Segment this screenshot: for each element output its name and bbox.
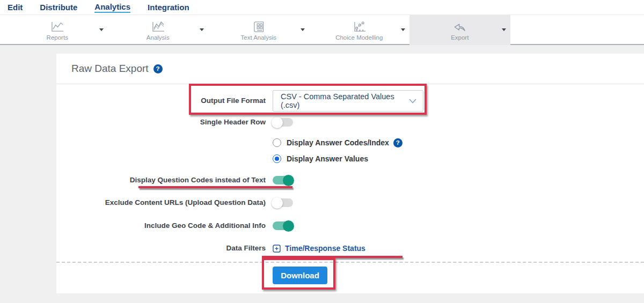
radio-display-answer-codes[interactable]	[273, 138, 281, 147]
data-filters-label: Data Filters	[56, 244, 266, 253]
radio-label: Display Answer Codes/Index	[287, 138, 389, 147]
help-icon[interactable]: ?	[393, 138, 402, 147]
output-format-value: CSV - Comma Separated Values (.csv)	[281, 92, 409, 109]
geo-code-toggle[interactable]	[273, 221, 293, 230]
single-header-label: Single Header Row	[56, 118, 266, 127]
page-title: Raw Data Export	[71, 63, 149, 75]
nav-tab-analytics[interactable]: Analytics	[94, 2, 130, 13]
time-response-status-label: Time/Response Status	[285, 244, 365, 253]
single-header-toggle[interactable]	[273, 118, 293, 127]
toolbar-item-export[interactable]: Export	[409, 15, 510, 45]
analysis-chart-icon	[151, 21, 165, 33]
chevron-down-icon[interactable]	[99, 28, 104, 31]
exclude-urls-label: Exclude Content URLs (Upload Question Da…	[56, 198, 266, 208]
toolbar-item-text-analysis[interactable]: Text Analysis	[208, 15, 309, 45]
toolbar-item-reports[interactable]: Reports	[7, 15, 108, 45]
radio-display-answer-values[interactable]	[273, 154, 281, 163]
question-codes-label: Display Question Codes instead of Text	[56, 176, 266, 185]
answer-codes-row: Display Answer Codes/Index ?	[56, 135, 644, 150]
geo-code-row: Include Geo Code & Additional Info	[56, 218, 644, 234]
dashed-divider	[56, 262, 644, 263]
chevron-down-icon[interactable]	[301, 28, 305, 31]
nav-tab-edit[interactable]: Edit	[8, 3, 23, 12]
toolbar-item-label: Export	[451, 34, 469, 41]
top-navigation: Edit Distribute Analytics Integration	[0, 0, 644, 15]
toolbar-item-label: Reports	[47, 34, 68, 41]
geo-code-label: Include Geo Code & Additional Info	[56, 221, 266, 231]
exclude-urls-toggle[interactable]	[273, 198, 293, 207]
toolbar-item-label: Analysis	[147, 34, 170, 41]
export-arrow-icon	[452, 21, 467, 33]
toolbar-item-analysis[interactable]: Analysis	[108, 15, 209, 45]
single-header-row: Single Header Row	[56, 114, 644, 130]
radio-label: Display Answer Values	[287, 154, 368, 163]
text-analysis-icon	[252, 21, 266, 33]
output-format-row: Output File Format CSV - Comma Separated…	[56, 90, 644, 112]
nav-tab-integration[interactable]: Integration	[148, 3, 189, 12]
output-format-select[interactable]: CSV - Comma Separated Values (.csv)	[273, 90, 423, 112]
help-icon[interactable]: ?	[153, 64, 163, 73]
choice-modelling-icon	[352, 21, 367, 33]
toolbar-item-label: Choice Modelling	[335, 34, 383, 41]
toolbar-item-choice-modelling[interactable]: Choice Modelling	[309, 15, 410, 45]
toggle-knob	[283, 220, 294, 232]
analytics-toolbar: Reports Analysis	[0, 15, 644, 45]
time-response-status-link[interactable]: Time/Response Status	[273, 244, 365, 253]
chevron-down-icon[interactable]	[401, 28, 405, 31]
answer-values-row: Display Answer Values	[56, 151, 644, 166]
chevron-down-icon[interactable]	[502, 28, 506, 31]
output-format-label: Output File Format	[56, 97, 266, 106]
raw-data-export-panel: Raw Data Export ? Output File Format CSV…	[56, 54, 644, 293]
toolbar-item-label: Text Analysis	[241, 34, 276, 41]
plus-square-icon	[273, 245, 281, 253]
chevron-down-icon[interactable]	[200, 28, 204, 31]
data-filters-row: Data Filters Time/Response Status	[56, 240, 644, 256]
download-button[interactable]: Download	[273, 267, 327, 284]
question-codes-row: Display Question Codes instead of Text	[56, 172, 644, 188]
chevron-down-icon	[409, 96, 416, 106]
question-codes-toggle[interactable]	[273, 176, 293, 184]
exclude-urls-row: Exclude Content URLs (Upload Question Da…	[56, 195, 644, 211]
toggle-knob	[272, 197, 283, 209]
reports-chart-icon	[50, 21, 64, 33]
nav-tab-distribute[interactable]: Distribute	[40, 3, 77, 12]
toggle-knob	[272, 117, 283, 128]
toggle-knob	[283, 175, 294, 186]
panel-header: Raw Data Export ?	[56, 54, 644, 84]
